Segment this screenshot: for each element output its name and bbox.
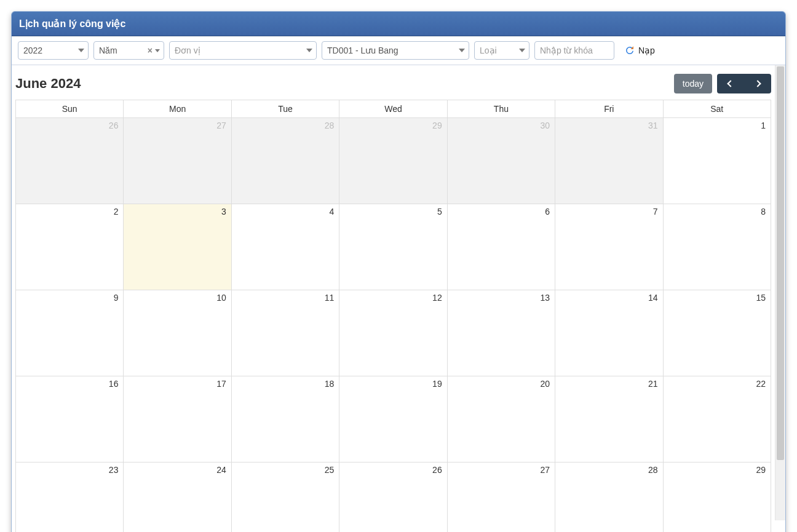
calendar-panel: Lịch quản lý công việc 2022 Năm × Đơn vị…: [11, 11, 786, 532]
calendar-day-cell[interactable]: 14: [555, 290, 663, 376]
next-button[interactable]: [744, 74, 771, 93]
year-select[interactable]: 2022: [18, 41, 89, 60]
chevron-down-icon: [519, 49, 525, 52]
nav-button-group: [717, 74, 771, 93]
today-button[interactable]: today: [674, 74, 712, 93]
calendar-day-cell[interactable]: 10: [124, 290, 231, 376]
calendar-day-cell[interactable]: 25: [231, 463, 339, 533]
day-header-row: SunMonTueWedThuFriSat: [16, 100, 771, 118]
day-header: Wed: [339, 100, 447, 118]
calendar-body: 2627282930311234567891011121314151617181…: [16, 118, 771, 533]
calendar-day-cell[interactable]: 20: [447, 376, 555, 463]
calendar-day-cell[interactable]: 5: [339, 204, 447, 290]
calendar-week-row: 9101112131415: [16, 290, 771, 376]
calendar-day-cell[interactable]: 1: [663, 118, 771, 204]
calendar-day-cell[interactable]: 6: [447, 204, 555, 290]
calendar-day-cell[interactable]: 21: [555, 376, 663, 463]
day-header: Sun: [16, 100, 124, 118]
chevron-left-icon: [727, 80, 734, 87]
calendar-day-cell[interactable]: 30: [447, 118, 555, 204]
calendar-day-cell[interactable]: 27: [447, 463, 555, 533]
filter-toolbar: 2022 Năm × Đơn vị TD001 - Lưu Bang Loại: [12, 36, 785, 65]
period-select[interactable]: Năm ×: [93, 41, 164, 60]
day-header: Mon: [124, 100, 231, 118]
day-header: Fri: [555, 100, 663, 118]
unit-select[interactable]: Đơn vị: [169, 41, 317, 60]
type-select[interactable]: Loại: [474, 41, 529, 60]
calendar-week-row: 23242526272829: [16, 463, 771, 533]
type-placeholder: Loại: [480, 46, 515, 55]
calendar-day-cell[interactable]: 28: [231, 118, 339, 204]
calendar-day-cell[interactable]: 24: [124, 463, 231, 533]
calendar-day-cell[interactable]: 9: [16, 290, 124, 376]
calendar-day-cell[interactable]: 8: [663, 204, 771, 290]
chevron-down-icon: [306, 49, 312, 52]
owner-value: TD001 - Lưu Bang: [327, 46, 455, 55]
calendar-day-cell[interactable]: 26: [16, 118, 124, 204]
chevron-right-icon: [754, 80, 761, 87]
year-value: 2022: [23, 46, 74, 55]
calendar-day-cell[interactable]: 3: [124, 204, 231, 290]
calendar-day-cell[interactable]: 31: [555, 118, 663, 204]
calendar-day-cell[interactable]: 2: [16, 204, 124, 290]
calendar-day-cell[interactable]: 17: [124, 376, 231, 463]
calendar-day-cell[interactable]: 18: [231, 376, 339, 463]
keyword-input[interactable]: [534, 41, 614, 60]
calendar-week-row: 2345678: [16, 204, 771, 290]
calendar-title: June 2024: [15, 76, 81, 92]
calendar-day-cell[interactable]: 23: [16, 463, 124, 533]
calendar-day-cell[interactable]: 22: [663, 376, 771, 463]
calendar-day-cell[interactable]: 12: [339, 290, 447, 376]
calendar-day-cell[interactable]: 16: [16, 376, 124, 463]
refresh-icon: [624, 45, 635, 56]
prev-button[interactable]: [717, 74, 744, 93]
calendar-grid: SunMonTueWedThuFriSat 262728293031123456…: [15, 100, 771, 532]
scroll-thumb[interactable]: [777, 66, 784, 460]
calendar-day-cell[interactable]: 27: [124, 118, 231, 204]
calendar-day-cell[interactable]: 29: [663, 463, 771, 533]
chevron-down-icon: [155, 49, 160, 52]
calendar-day-cell[interactable]: 7: [555, 204, 663, 290]
calendar-day-cell[interactable]: 29: [339, 118, 447, 204]
calendar-day-cell[interactable]: 15: [663, 290, 771, 376]
calendar-week-row: 2627282930311: [16, 118, 771, 204]
calendar-header: June 2024 today: [15, 74, 771, 100]
clear-icon[interactable]: ×: [148, 46, 153, 55]
calendar-day-cell[interactable]: 19: [339, 376, 447, 463]
vertical-scrollbar[interactable]: [775, 65, 785, 520]
chevron-down-icon: [459, 49, 465, 52]
calendar-wrapper: June 2024 today SunMonTueWedThuFri: [12, 65, 775, 532]
calendar-week-row: 16171819202122: [16, 376, 771, 463]
day-header: Sat: [663, 100, 771, 118]
panel-body: June 2024 today SunMonTueWedThuFri: [12, 65, 785, 532]
panel-title: Lịch quản lý công việc: [12, 12, 785, 36]
period-value: Năm: [99, 46, 144, 55]
owner-select[interactable]: TD001 - Lưu Bang: [322, 41, 469, 60]
calendar-day-cell[interactable]: 11: [231, 290, 339, 376]
refresh-label: Nạp: [638, 46, 655, 55]
calendar-day-cell[interactable]: 28: [555, 463, 663, 533]
calendar-day-cell[interactable]: 13: [447, 290, 555, 376]
unit-placeholder: Đơn vị: [175, 46, 303, 55]
chevron-down-icon: [78, 49, 84, 52]
day-header: Tue: [231, 100, 339, 118]
calendar-day-cell[interactable]: 4: [231, 204, 339, 290]
day-header: Thu: [447, 100, 555, 118]
calendar-nav: today: [674, 74, 771, 93]
calendar-day-cell[interactable]: 26: [339, 463, 447, 533]
refresh-button[interactable]: Nạp: [619, 41, 660, 60]
